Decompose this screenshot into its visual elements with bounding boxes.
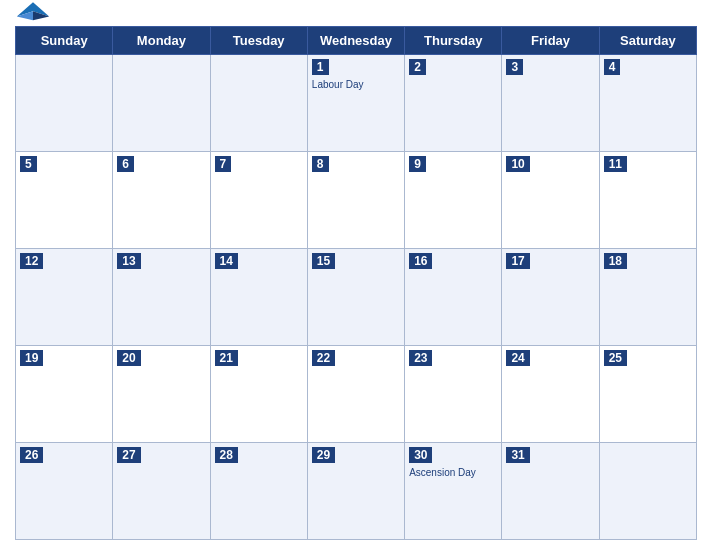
calendar-table: SundayMondayTuesdayWednesdayThursdayFrid…	[15, 26, 697, 540]
calendar-cell: 31	[502, 443, 599, 540]
day-number: 25	[604, 350, 627, 366]
calendar-cell: 16	[405, 249, 502, 346]
day-number: 26	[20, 447, 43, 463]
day-number: 14	[215, 253, 238, 269]
weekday-header-thursday: Thursday	[405, 27, 502, 55]
day-number: 29	[312, 447, 335, 463]
calendar-week-row: 12131415161718	[16, 249, 697, 346]
calendar-cell: 30Ascension Day	[405, 443, 502, 540]
calendar-week-row: 567891011	[16, 152, 697, 249]
calendar-cell: 17	[502, 249, 599, 346]
calendar-cell: 21	[210, 346, 307, 443]
calendar-cell: 18	[599, 249, 696, 346]
calendar-cell: 15	[307, 249, 404, 346]
calendar-cell: 7	[210, 152, 307, 249]
calendar-cell: 9	[405, 152, 502, 249]
calendar-cell: 10	[502, 152, 599, 249]
day-number: 22	[312, 350, 335, 366]
day-number: 3	[506, 59, 523, 75]
day-number: 18	[604, 253, 627, 269]
day-number: 8	[312, 156, 329, 172]
day-number: 12	[20, 253, 43, 269]
calendar-cell: 6	[113, 152, 210, 249]
weekday-header-monday: Monday	[113, 27, 210, 55]
day-number: 24	[506, 350, 529, 366]
day-number: 19	[20, 350, 43, 366]
calendar-cell: 23	[405, 346, 502, 443]
calendar-cell: 22	[307, 346, 404, 443]
day-number: 10	[506, 156, 529, 172]
day-number: 31	[506, 447, 529, 463]
calendar-cell: 28	[210, 443, 307, 540]
day-number: 23	[409, 350, 432, 366]
calendar-cell: 8	[307, 152, 404, 249]
weekday-header-sunday: Sunday	[16, 27, 113, 55]
weekday-header-friday: Friday	[502, 27, 599, 55]
calendar-cell: 13	[113, 249, 210, 346]
day-number: 13	[117, 253, 140, 269]
calendar-cell: 19	[16, 346, 113, 443]
calendar-cell: 1Labour Day	[307, 55, 404, 152]
calendar-cell	[16, 55, 113, 152]
calendar-cell	[113, 55, 210, 152]
weekday-header-saturday: Saturday	[599, 27, 696, 55]
calendar-cell: 26	[16, 443, 113, 540]
weekday-header-tuesday: Tuesday	[210, 27, 307, 55]
day-number: 27	[117, 447, 140, 463]
day-number: 9	[409, 156, 426, 172]
calendar-cell: 2	[405, 55, 502, 152]
holiday-label: Ascension Day	[409, 467, 497, 478]
holiday-label: Labour Day	[312, 79, 400, 90]
calendar-cell: 25	[599, 346, 696, 443]
calendar-cell: 24	[502, 346, 599, 443]
day-number: 28	[215, 447, 238, 463]
calendar-week-row: 19202122232425	[16, 346, 697, 443]
day-number: 20	[117, 350, 140, 366]
day-number: 2	[409, 59, 426, 75]
calendar-week-row: 1Labour Day234	[16, 55, 697, 152]
weekday-header-wednesday: Wednesday	[307, 27, 404, 55]
calendar-week-row: 2627282930Ascension Day31	[16, 443, 697, 540]
day-number: 4	[604, 59, 621, 75]
day-number: 11	[604, 156, 627, 172]
calendar-cell: 20	[113, 346, 210, 443]
day-number: 17	[506, 253, 529, 269]
day-number: 21	[215, 350, 238, 366]
calendar-cell: 3	[502, 55, 599, 152]
day-number: 15	[312, 253, 335, 269]
logo-bird-icon	[15, 0, 51, 26]
day-number: 5	[20, 156, 37, 172]
day-number: 30	[409, 447, 432, 463]
calendar-cell: 29	[307, 443, 404, 540]
day-number: 1	[312, 59, 329, 75]
calendar-cell: 4	[599, 55, 696, 152]
calendar-cell: 12	[16, 249, 113, 346]
logo	[15, 0, 51, 28]
calendar-cell	[210, 55, 307, 152]
calendar-cell: 27	[113, 443, 210, 540]
calendar-header	[15, 10, 697, 18]
weekday-header-row: SundayMondayTuesdayWednesdayThursdayFrid…	[16, 27, 697, 55]
calendar-cell: 11	[599, 152, 696, 249]
calendar-cell	[599, 443, 696, 540]
day-number: 7	[215, 156, 232, 172]
calendar-cell: 14	[210, 249, 307, 346]
day-number: 6	[117, 156, 134, 172]
day-number: 16	[409, 253, 432, 269]
calendar-cell: 5	[16, 152, 113, 249]
